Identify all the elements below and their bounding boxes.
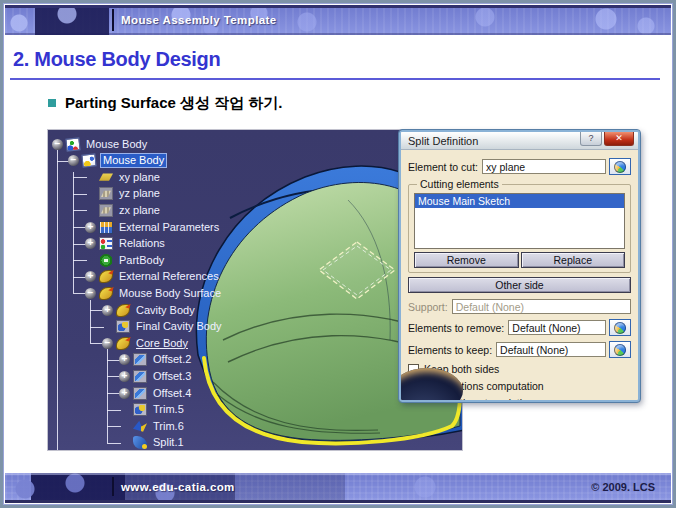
elements-to-remove-selector-button[interactable] (609, 319, 631, 336)
surface-body-icon (99, 270, 113, 283)
tree-item-label[interactable]: Trim.5 (151, 403, 186, 416)
banner-decoration (5, 5, 671, 35)
tree-item-mouse-body[interactable]: −Mouse Body (52, 136, 149, 152)
tree-item-relations[interactable]: +Relations (85, 236, 167, 252)
tree-item-label[interactable]: xy plane (117, 171, 162, 184)
collapse-icon[interactable]: − (102, 338, 113, 349)
tree-item-trim-5[interactable]: Trim.5 (119, 402, 186, 418)
expand-icon[interactable]: + (85, 238, 96, 249)
tree-item-mouse-body[interactable]: −Mouse Body (68, 153, 167, 169)
tree-item-label[interactable]: Core Body (134, 337, 190, 350)
plane-gray-icon (99, 204, 113, 217)
bullet-row: Parting Surface 생성 작업 하기. (48, 94, 283, 113)
plane-yellow-icon (99, 171, 113, 184)
tree-item-mouse-body-surface[interactable]: −Mouse Body Surface (85, 285, 223, 301)
element-to-cut-field[interactable] (482, 159, 606, 174)
tree-item-label[interactable]: Mouse Body (84, 138, 149, 151)
tree-item-label[interactable]: Offset.4 (151, 387, 193, 400)
header-banner: Mouse Assembly Template (5, 5, 671, 35)
tree-item-partbody[interactable]: PartBody (85, 252, 166, 268)
tree-item-label[interactable]: yz plane (117, 187, 162, 200)
trim2-icon (133, 420, 147, 433)
multi-selection-icon (614, 322, 626, 334)
tree-item-yz-plane[interactable]: yz plane (85, 186, 162, 202)
elements-to-keep-label: Elements to keep: (408, 344, 492, 356)
footer-copyright: © 2009. LCS (591, 473, 655, 500)
tree-item-split-1[interactable]: Split.1 (119, 435, 186, 451)
offset-icon (133, 353, 147, 366)
tree-item-label[interactable]: PartBody (117, 254, 166, 267)
cutting-elements-label: Cutting elements (417, 178, 502, 190)
collapse-icon[interactable]: − (52, 139, 63, 150)
tree-item-core-body[interactable]: −Core Body (102, 335, 190, 351)
offset-icon (133, 370, 147, 383)
element-to-cut-label: Element to cut: (408, 161, 478, 173)
tree-item-external-parameters[interactable]: +External Parameters (85, 219, 221, 235)
expand-icon[interactable]: + (119, 371, 130, 382)
tree-item-label[interactable]: Trim.6 (151, 420, 186, 433)
element-to-cut-selector-button[interactable] (609, 158, 631, 175)
bullet-text: Parting Surface 생성 작업 하기. (65, 94, 283, 113)
cutting-elements-group: Cutting elements Mouse Main Sketch Remov… (408, 184, 631, 273)
expand-icon[interactable]: + (102, 305, 113, 316)
collapse-icon[interactable]: − (85, 288, 96, 299)
banner-divider (112, 477, 114, 496)
plane-gray-icon (99, 187, 113, 200)
slide: Mouse Assembly Template 2. Mouse Body De… (3, 3, 673, 505)
relations-icon (99, 237, 113, 250)
elements-to-remove-field[interactable] (508, 320, 606, 335)
tree-item-trim-6[interactable]: Trim.6 (119, 418, 186, 434)
trim-icon (116, 320, 130, 333)
support-label: Support: (408, 301, 448, 313)
elements-to-keep-field[interactable] (496, 342, 606, 357)
expand-icon[interactable]: + (119, 354, 130, 365)
expand-icon[interactable]: + (119, 388, 130, 399)
tree-item-label[interactable]: zx plane (117, 204, 162, 217)
footer-website[interactable]: www.edu-catia.com (121, 473, 235, 500)
tree-item-offset-3[interactable]: +Offset.3 (119, 368, 193, 384)
header-title: Mouse Assembly Template (121, 5, 277, 35)
tree-item-label[interactable]: Offset.2 (151, 353, 193, 366)
tree-item-label[interactable]: Cavity Body (134, 304, 197, 317)
tree-item-label[interactable]: External References (117, 270, 221, 283)
replace-button[interactable]: Replace (521, 252, 626, 268)
tree-item-label[interactable]: Final Cavity Body (134, 320, 224, 333)
tree-item-label[interactable]: Offset.3 (151, 370, 193, 383)
split-icon (133, 436, 147, 449)
cutting-element-item[interactable]: Mouse Main Sketch (415, 194, 624, 208)
dialog-titlebar[interactable]: Split Definition ? ✕ (401, 132, 638, 150)
help-icon[interactable]: ? (580, 132, 602, 146)
dialog-title: Split Definition (408, 135, 478, 147)
tree-item-final-cavity-body[interactable]: Final Cavity Body (102, 319, 224, 335)
multi-selection-icon (614, 161, 626, 173)
dialog-body: Element to cut: Cutting elements Mouse M… (401, 150, 638, 400)
remove-button[interactable]: Remove (414, 252, 519, 268)
expand-icon[interactable]: + (85, 271, 96, 282)
elements-to-keep-selector-button[interactable] (609, 341, 631, 358)
expand-icon[interactable]: + (85, 222, 96, 233)
close-icon[interactable]: ✕ (604, 132, 634, 146)
page-title: 2. Mouse Body Design (13, 48, 220, 71)
tree-item-label[interactable]: Mouse Body (100, 153, 167, 168)
split-definition-dialog: Split Definition ? ✕ Element to cut: Cut… (399, 130, 640, 402)
part-icon (81, 153, 96, 167)
cutting-elements-list[interactable]: Mouse Main Sketch (414, 193, 625, 249)
parameters-icon (99, 221, 113, 234)
tree-item-offset-4[interactable]: +Offset.4 (119, 385, 193, 401)
tree-item-external-references[interactable]: +External References (85, 269, 221, 285)
tree-item-offset-2[interactable]: +Offset.2 (119, 352, 193, 368)
tree-item-label[interactable]: Relations (117, 237, 167, 250)
tree-item-cavity-body[interactable]: +Cavity Body (102, 302, 197, 318)
bullet-square-icon (48, 99, 56, 107)
tree-item-xy-plane[interactable]: xy plane (85, 169, 162, 185)
tree-guide-line (73, 172, 74, 293)
surface-body-icon (116, 304, 130, 317)
tree-guide-line (90, 300, 91, 343)
tree-item-label[interactable]: Split.1 (151, 436, 186, 449)
collapse-icon[interactable]: − (68, 155, 79, 166)
other-side-button[interactable]: Other side (408, 277, 631, 293)
tree-item-label[interactable]: Mouse Body Surface (117, 287, 223, 300)
tree-item-zx-plane[interactable]: zx plane (85, 202, 162, 218)
offset-icon (133, 387, 147, 400)
tree-item-label[interactable]: External Parameters (117, 221, 221, 234)
